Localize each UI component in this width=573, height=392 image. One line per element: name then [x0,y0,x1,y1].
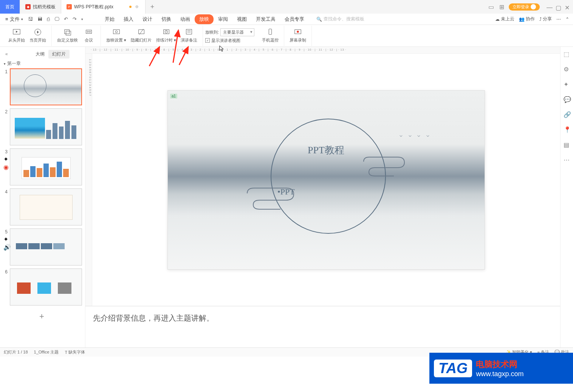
more-icon[interactable]: ⋯ [556,17,561,22]
qat-save-icon[interactable]: 🖫 [26,15,35,23]
svg-point-5 [87,31,88,32]
chevron-down-icon: ▾ [21,17,23,21]
menu-tab-developer[interactable]: 开发工具 [251,14,280,24]
missing-font-label: 缺失字体 [68,349,85,355]
ribbon-toolbar: 从头开始 当页开始 自定义放映 会议 放映设置 ▾ 隐藏幻灯片 排练计时 ▾ [0,25,573,47]
menu-tab-slideshow[interactable]: 放映 [195,14,214,24]
slide-number: 4 [2,188,8,194]
hide-slide-icon [137,28,146,36]
qat-saveas-icon[interactable]: 🖬 [36,15,44,23]
slide-stage[interactable]: a1 ⌵ ⌵ ⌵ ⌵ PPT教程 •PPT [92,54,560,306]
slide-counter[interactable]: 幻灯片 1 / 18 [4,349,28,355]
slide-thumb-3[interactable]: 3 ✦◉ [2,148,82,185]
from-start-button[interactable]: 从头开始 [6,27,27,44]
settings-icon [112,28,121,36]
cursor-icon [219,45,225,54]
slide-number: 5 [2,228,8,235]
command-search[interactable]: 🔍 查找命令、搜索模板 [316,16,364,22]
slides-tab[interactable]: 幻灯片 [48,50,70,59]
menu-tab-animation[interactable]: 动画 [176,14,195,24]
slide-number: 1 [2,68,8,74]
file-menu[interactable]: ≡ 文件 ▾ [2,16,26,23]
share-label: 分享 [543,16,552,22]
share-button[interactable]: ⤴ 分享 [539,16,552,22]
chapter-label[interactable]: ▾ 第一章 [2,59,82,68]
display-select[interactable]: 主要显示器 [220,28,254,36]
custom-show-button[interactable]: 自定义放映 [55,27,80,44]
location-icon[interactable]: 📍 [564,126,570,133]
slide-thumb-5[interactable]: 5 ✦🔊 [2,228,82,265]
main-area: « 大纲 幻灯片 ▾ 第一章 1 2 3 ✦◉ 4 [0,47,573,347]
tab-current-file[interactable]: P WPS PPT教程.pptx ⊖ [61,0,146,14]
from-current-button[interactable]: 当页开始 [27,27,48,44]
cloud-decoration-2 [243,185,299,211]
meeting-button[interactable]: 会议 [80,27,98,44]
outline-tab[interactable]: 大纲 [32,50,48,59]
chat-icon[interactable]: 💬 [564,96,570,103]
svg-rect-2 [64,29,69,34]
tab-add-button[interactable]: + [146,3,159,11]
canvas-area: · 13 · | · 12 · | · 11 · | · 10 · | · 9 … [85,47,560,347]
theme-name[interactable]: 1_Office 主题 [34,349,59,355]
maximize-icon[interactable]: ▢ [556,4,561,9]
slide-thumb-2[interactable]: 2 [2,108,82,145]
docer-icon: ◆ [25,4,31,9]
add-slide-button[interactable]: + [2,309,82,324]
cloud-status[interactable]: ☁ 未上云 [495,16,514,22]
hide-slide-button[interactable]: 隐藏幻灯片 [129,27,154,44]
minimize-icon[interactable]: — [547,4,552,9]
collapse-ribbon-icon[interactable]: ⌃ [565,17,569,22]
qat-print-icon[interactable]: ⎙ [45,15,52,23]
layout-icon[interactable]: ▭ [488,3,494,10]
close-icon[interactable]: ✕ [565,4,570,9]
presenter-view-checkbox[interactable]: ✓ [205,38,210,43]
display-to-label: 放映到: [205,29,219,35]
cloud-icon: ☁ [495,17,500,22]
show-settings-button[interactable]: 放映设置 ▾ [104,27,129,44]
tab-template[interactable]: ◆ 找稻壳模板 [20,0,61,14]
slide-title[interactable]: PPT教程 [308,144,344,157]
layout-icon[interactable]: ▤ [564,141,570,148]
menu-tab-start[interactable]: 开始 [100,14,119,24]
coop-button[interactable]: 👥 协作 [519,16,535,22]
more-dots-icon[interactable]: ⋯ [564,156,570,163]
slide-canvas[interactable]: a1 ⌵ ⌵ ⌵ ⌵ PPT教程 •PPT [167,90,485,270]
qat-preview-icon[interactable]: 🖵 [53,15,61,23]
ruler-vertical: 1 2 3 4 5 6 7 0 1 2 3 4 5 6 7 [85,54,92,306]
animation-badge-icon: ✦ [3,236,11,243]
slide-thumb-6[interactable]: 6 [2,269,82,306]
slide-thumb-1[interactable]: 1 [2,68,82,105]
menu-tab-transition[interactable]: 切换 [157,14,176,24]
share-icon: ⤴ [539,17,542,22]
menu-tab-insert[interactable]: 插入 [119,14,138,24]
speaker-notes-label: 演讲备注 [181,37,197,43]
search-icon: 🔍 [316,17,322,22]
file-menu-label: 文件 [10,16,20,23]
speaker-notes-button[interactable]: 演讲备注 [178,27,200,44]
menu-tab-member[interactable]: 会员专享 [280,14,309,24]
rehearse-button[interactable]: 排练计时 ▾ [154,27,178,44]
chevron-down-icon[interactable]: ▾ [79,16,85,23]
menu-tab-view[interactable]: 视图 [232,14,251,24]
menu-tabs: 开始 插入 设计 切换 动画 放映 审阅 视图 开发工具 会员专享 [100,14,309,24]
notes-pane[interactable]: 先介绍背景信息，再进入主题讲解。 [85,306,560,347]
tab-home[interactable]: 首页 [0,0,20,14]
qat-redo-icon[interactable]: ↷ [71,15,79,23]
phone-remote-button[interactable]: 手机遥控 [260,27,281,44]
select-icon[interactable]: ⬚ [564,51,570,57]
menu-tab-review[interactable]: 审阅 [214,14,232,24]
tab-close-icon[interactable]: ⊖ [135,5,140,9]
slide-thumb-4[interactable]: 4 [2,188,82,225]
grid-icon[interactable]: ⊞ [498,3,505,10]
animation-icon[interactable]: ✦ [564,81,570,88]
screen-record-button[interactable]: 屏幕录制 [287,27,308,44]
collapse-panel-icon[interactable]: « [5,51,8,57]
link-icon[interactable]: 🔗 [564,111,570,118]
settings-icon[interactable]: ⚙ [564,66,570,73]
missing-font-button[interactable]: T 缺失字体 [65,349,85,355]
ruler-horizontal: · 13 · | · 12 · | · 11 · | · 10 · | · 9 … [85,47,560,54]
qat-undo-icon[interactable]: ↶ [62,15,70,23]
slide-panel[interactable]: « 大纲 幻灯片 ▾ 第一章 1 2 3 ✦◉ 4 [0,47,85,347]
login-button[interactable]: 立即登录 [509,3,540,11]
menu-tab-design[interactable]: 设计 [138,14,157,24]
